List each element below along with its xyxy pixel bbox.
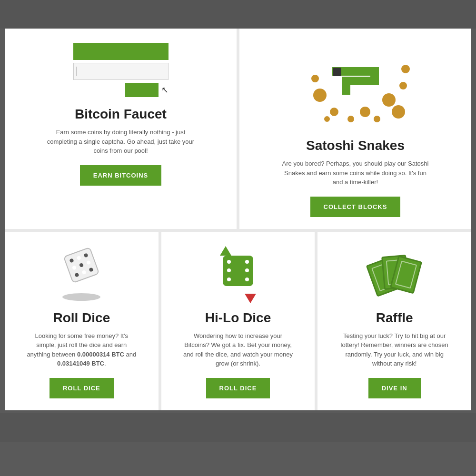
dot — [69, 258, 74, 263]
bottom-bar — [0, 413, 476, 442]
arrow-down-icon — [245, 294, 256, 303]
dot — [86, 260, 91, 265]
svg-point-9 — [347, 116, 354, 122]
hilo-dot — [245, 260, 249, 264]
faucet-title: Bitcoin Faucet — [75, 107, 167, 122]
raffle-title: Raffle — [376, 310, 413, 326]
snakes-title: Satoshi Snakes — [306, 138, 405, 153]
hilo-dot — [227, 278, 231, 281]
hilo-dot — [227, 268, 231, 272]
faucet-btn-row: ↖ — [73, 83, 169, 97]
svg-point-11 — [401, 65, 410, 73]
raffle-description: Testing your luck? Try to hit big at our… — [337, 331, 452, 368]
dive-in-button[interactable]: DIVE IN — [368, 378, 421, 398]
satoshi-snakes-card: Satoshi Snakes Are you bored? Perhaps, y… — [239, 29, 471, 229]
faucet-small-btn — [125, 83, 159, 97]
faucet-description: Earn some coins by doing literally nothi… — [45, 128, 197, 156]
dot — [82, 269, 87, 274]
svg-point-3 — [311, 75, 319, 82]
raffle-illustration — [366, 246, 423, 303]
svg-point-1 — [313, 89, 327, 102]
hilo-dot — [227, 260, 231, 264]
bottom-row: Roll Dice Looking for some free money? I… — [5, 232, 471, 410]
svg-point-7 — [392, 105, 405, 119]
svg-point-6 — [399, 82, 407, 89]
roll-dice-description: Looking for some free money? It's simple… — [24, 331, 139, 368]
dot — [72, 265, 77, 270]
hilo-illustration — [214, 246, 262, 303]
dot — [84, 253, 89, 258]
hilo-description: Wondering how to increase your Bitcoins?… — [181, 331, 295, 368]
dice-body — [63, 247, 100, 283]
roll-dice-card: Roll Dice Looking for some free money? I… — [5, 232, 161, 410]
roll-dice-title: Roll Dice — [53, 310, 110, 326]
svg-point-5 — [382, 93, 396, 107]
hilo-dot — [245, 268, 249, 272]
hilo-dice-card: Hi-Lo Dice Wondering how to increase you… — [161, 232, 318, 410]
svg-point-8 — [374, 116, 380, 122]
svg-rect-0 — [333, 68, 341, 76]
mouse-cursor-icon: ↖ — [161, 85, 169, 95]
cursor — [77, 67, 77, 76]
svg-point-2 — [330, 108, 338, 116]
main-content: ↖ Bitcoin Faucet Earn some coins by doin… — [5, 29, 471, 410]
top-bar — [0, 0, 476, 29]
roll-dice-button[interactable]: ROLL DICE — [50, 378, 114, 398]
snakes-description: Are you bored? Perhaps, you should play … — [279, 159, 432, 187]
svg-point-10 — [324, 116, 330, 122]
faucet-green-bar — [73, 43, 169, 60]
hilo-title: Hi-Lo Dice — [205, 310, 271, 326]
hilo-dice-body — [223, 256, 253, 286]
raffle-card: Raffle Testing your luck? Try to hit big… — [317, 232, 471, 410]
hilo-dot — [236, 268, 240, 272]
svg-point-4 — [360, 107, 370, 117]
snake-illustration — [289, 43, 422, 129]
hilo-dot — [236, 278, 240, 281]
dice-shadow — [62, 293, 100, 301]
collect-blocks-button[interactable]: COLLECT BLOCKS — [310, 197, 401, 217]
hilo-dot — [236, 260, 240, 264]
dice-illustration — [53, 246, 110, 303]
faucet-illustration: ↖ — [69, 43, 173, 97]
dot — [89, 267, 94, 272]
hilo-dot — [245, 278, 249, 281]
hilo-roll-dice-button[interactable]: ROLL DICE — [206, 378, 270, 398]
arrow-up-icon — [220, 246, 231, 256]
dot — [75, 272, 79, 277]
bitcoin-faucet-card: ↖ Bitcoin Faucet Earn some coins by doin… — [5, 29, 239, 229]
faucet-input[interactable] — [73, 63, 169, 80]
earn-bitcoins-button[interactable]: EARN BITCOINS — [80, 165, 162, 186]
dot — [77, 255, 81, 260]
dot — [79, 262, 84, 267]
snake-svg — [289, 43, 422, 129]
top-row: ↖ Bitcoin Faucet Earn some coins by doin… — [5, 29, 471, 229]
